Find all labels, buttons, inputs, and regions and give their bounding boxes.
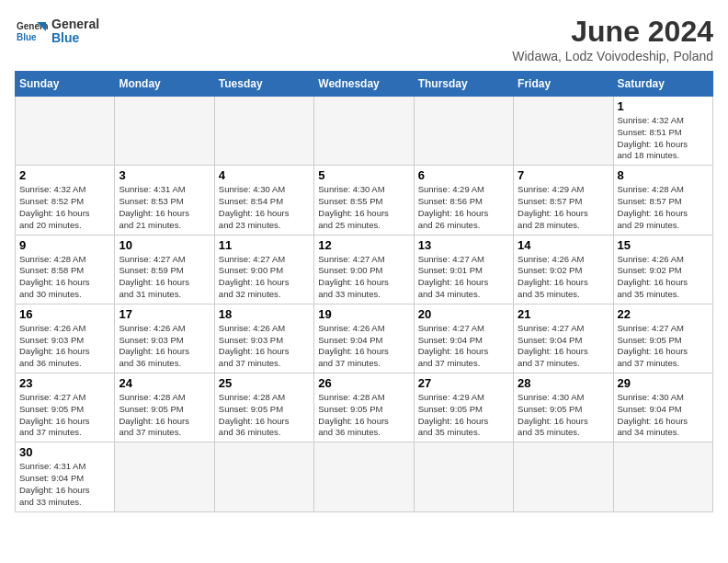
calendar-cell: 11Sunrise: 4:27 AM Sunset: 9:00 PM Dayli… — [214, 235, 313, 304]
day-info: Sunrise: 4:32 AM Sunset: 8:51 PM Dayligh… — [618, 115, 709, 162]
day-info: Sunrise: 4:28 AM Sunset: 9:05 PM Dayligh… — [318, 392, 409, 439]
day-info: Sunrise: 4:27 AM Sunset: 9:00 PM Dayligh… — [318, 254, 409, 301]
weekday-header-monday: Monday — [115, 72, 214, 97]
day-number: 6 — [418, 168, 509, 182]
day-number: 30 — [19, 445, 110, 459]
calendar-cell — [16, 97, 115, 166]
day-number: 26 — [318, 376, 409, 390]
day-info: Sunrise: 4:26 AM Sunset: 9:02 PM Dayligh… — [518, 254, 609, 301]
day-info: Sunrise: 4:26 AM Sunset: 9:03 PM Dayligh… — [19, 323, 110, 370]
calendar-cell — [414, 442, 513, 511]
day-info: Sunrise: 4:28 AM Sunset: 9:05 PM Dayligh… — [119, 392, 210, 439]
day-number: 24 — [119, 376, 210, 390]
calendar-cell: 24Sunrise: 4:28 AM Sunset: 9:05 PM Dayli… — [115, 373, 214, 442]
generalblue-logo-icon: General Blue — [15, 15, 48, 48]
calendar-week-row: 16Sunrise: 4:26 AM Sunset: 9:03 PM Dayli… — [16, 304, 713, 373]
calendar-cell: 19Sunrise: 4:26 AM Sunset: 9:04 PM Dayli… — [314, 304, 414, 373]
calendar-cell: 13Sunrise: 4:27 AM Sunset: 9:01 PM Dayli… — [414, 235, 513, 304]
calendar-week-row: 30Sunrise: 4:31 AM Sunset: 9:04 PM Dayli… — [16, 442, 713, 511]
day-info: Sunrise: 4:32 AM Sunset: 8:52 PM Dayligh… — [19, 184, 110, 231]
day-info: Sunrise: 4:27 AM Sunset: 8:59 PM Dayligh… — [119, 254, 210, 301]
calendar-cell: 3Sunrise: 4:31 AM Sunset: 8:53 PM Daylig… — [115, 166, 214, 235]
day-info: Sunrise: 4:30 AM Sunset: 9:05 PM Dayligh… — [518, 392, 609, 439]
day-info: Sunrise: 4:30 AM Sunset: 8:54 PM Dayligh… — [219, 184, 310, 231]
calendar-cell: 15Sunrise: 4:26 AM Sunset: 9:02 PM Dayli… — [613, 235, 712, 304]
calendar-cell: 5Sunrise: 4:30 AM Sunset: 8:55 PM Daylig… — [314, 166, 414, 235]
calendar-cell: 1Sunrise: 4:32 AM Sunset: 8:51 PM Daylig… — [613, 97, 712, 166]
day-number: 23 — [19, 376, 110, 390]
calendar-cell — [115, 442, 214, 511]
calendar-cell: 29Sunrise: 4:30 AM Sunset: 9:04 PM Dayli… — [613, 373, 712, 442]
day-info: Sunrise: 4:28 AM Sunset: 8:57 PM Dayligh… — [618, 184, 709, 231]
day-number: 18 — [219, 307, 310, 321]
weekday-header-saturday: Saturday — [613, 72, 712, 97]
calendar-cell: 22Sunrise: 4:27 AM Sunset: 9:05 PM Dayli… — [613, 304, 712, 373]
month-year-title: June 2024 — [512, 15, 713, 49]
logo: General Blue General Blue — [15, 15, 99, 48]
calendar-cell: 4Sunrise: 4:30 AM Sunset: 8:54 PM Daylig… — [214, 166, 313, 235]
calendar-cell: 2Sunrise: 4:32 AM Sunset: 8:52 PM Daylig… — [16, 166, 115, 235]
day-info: Sunrise: 4:30 AM Sunset: 9:04 PM Dayligh… — [618, 392, 709, 439]
day-info: Sunrise: 4:27 AM Sunset: 9:00 PM Dayligh… — [219, 254, 310, 301]
calendar-cell: 14Sunrise: 4:26 AM Sunset: 9:02 PM Dayli… — [514, 235, 613, 304]
day-info: Sunrise: 4:26 AM Sunset: 9:02 PM Dayligh… — [618, 254, 709, 301]
calendar-cell — [214, 97, 313, 166]
calendar-cell: 20Sunrise: 4:27 AM Sunset: 9:04 PM Dayli… — [414, 304, 513, 373]
day-number: 7 — [518, 168, 609, 182]
location-subtitle: Widawa, Lodz Voivodeship, Poland — [512, 49, 713, 63]
day-number: 8 — [618, 168, 709, 182]
day-number: 19 — [318, 307, 409, 321]
calendar-cell — [613, 442, 712, 511]
day-number: 21 — [518, 307, 609, 321]
calendar-cell — [314, 442, 414, 511]
day-number: 5 — [318, 168, 409, 182]
day-info: Sunrise: 4:26 AM Sunset: 9:03 PM Dayligh… — [219, 323, 310, 370]
calendar-week-row: 2Sunrise: 4:32 AM Sunset: 8:52 PM Daylig… — [16, 166, 713, 235]
calendar-cell: 27Sunrise: 4:29 AM Sunset: 9:05 PM Dayli… — [414, 373, 513, 442]
weekday-header-tuesday: Tuesday — [214, 72, 313, 97]
calendar-table: SundayMondayTuesdayWednesdayThursdayFrid… — [15, 71, 713, 512]
day-info: Sunrise: 4:27 AM Sunset: 9:05 PM Dayligh… — [19, 392, 110, 439]
calendar-week-row: 9Sunrise: 4:28 AM Sunset: 8:58 PM Daylig… — [16, 235, 713, 304]
day-number: 15 — [618, 238, 709, 252]
day-number: 1 — [618, 99, 709, 113]
calendar-cell: 18Sunrise: 4:26 AM Sunset: 9:03 PM Dayli… — [214, 304, 313, 373]
calendar-week-row: 1Sunrise: 4:32 AM Sunset: 8:51 PM Daylig… — [16, 97, 713, 166]
calendar-cell: 30Sunrise: 4:31 AM Sunset: 9:04 PM Dayli… — [16, 442, 115, 511]
calendar-cell: 10Sunrise: 4:27 AM Sunset: 8:59 PM Dayli… — [115, 235, 214, 304]
calendar-cell: 17Sunrise: 4:26 AM Sunset: 9:03 PM Dayli… — [115, 304, 214, 373]
calendar-cell — [514, 97, 613, 166]
day-number: 28 — [518, 376, 609, 390]
day-info: Sunrise: 4:27 AM Sunset: 9:04 PM Dayligh… — [418, 323, 509, 370]
weekday-header-wednesday: Wednesday — [314, 72, 414, 97]
logo-blue: Blue — [51, 31, 99, 45]
day-info: Sunrise: 4:31 AM Sunset: 8:53 PM Dayligh… — [119, 184, 210, 231]
day-info: Sunrise: 4:29 AM Sunset: 9:05 PM Dayligh… — [418, 392, 509, 439]
header: General Blue General Blue June 2024 Wida… — [15, 15, 713, 63]
svg-text:Blue: Blue — [17, 32, 37, 42]
calendar-cell: 7Sunrise: 4:29 AM Sunset: 8:57 PM Daylig… — [514, 166, 613, 235]
calendar-cell: 6Sunrise: 4:29 AM Sunset: 8:56 PM Daylig… — [414, 166, 513, 235]
day-number: 13 — [418, 238, 509, 252]
calendar-cell: 9Sunrise: 4:28 AM Sunset: 8:58 PM Daylig… — [16, 235, 115, 304]
calendar-week-row: 23Sunrise: 4:27 AM Sunset: 9:05 PM Dayli… — [16, 373, 713, 442]
calendar-cell — [414, 97, 513, 166]
weekday-header-thursday: Thursday — [414, 72, 513, 97]
day-number: 2 — [19, 168, 110, 182]
day-info: Sunrise: 4:28 AM Sunset: 8:58 PM Dayligh… — [19, 254, 110, 301]
day-info: Sunrise: 4:28 AM Sunset: 9:05 PM Dayligh… — [219, 392, 310, 439]
weekday-header-sunday: Sunday — [16, 72, 115, 97]
calendar-cell — [514, 442, 613, 511]
logo-general: General — [51, 17, 99, 31]
day-info: Sunrise: 4:26 AM Sunset: 9:04 PM Dayligh… — [318, 323, 409, 370]
calendar-cell: 12Sunrise: 4:27 AM Sunset: 9:00 PM Dayli… — [314, 235, 414, 304]
day-info: Sunrise: 4:29 AM Sunset: 8:56 PM Dayligh… — [418, 184, 509, 231]
day-info: Sunrise: 4:26 AM Sunset: 9:03 PM Dayligh… — [119, 323, 210, 370]
day-number: 16 — [19, 307, 110, 321]
day-info: Sunrise: 4:27 AM Sunset: 9:01 PM Dayligh… — [418, 254, 509, 301]
day-info: Sunrise: 4:31 AM Sunset: 9:04 PM Dayligh… — [19, 461, 110, 508]
calendar-cell: 28Sunrise: 4:30 AM Sunset: 9:05 PM Dayli… — [514, 373, 613, 442]
calendar-cell: 21Sunrise: 4:27 AM Sunset: 9:04 PM Dayli… — [514, 304, 613, 373]
day-number: 3 — [119, 168, 210, 182]
calendar-cell — [314, 97, 414, 166]
